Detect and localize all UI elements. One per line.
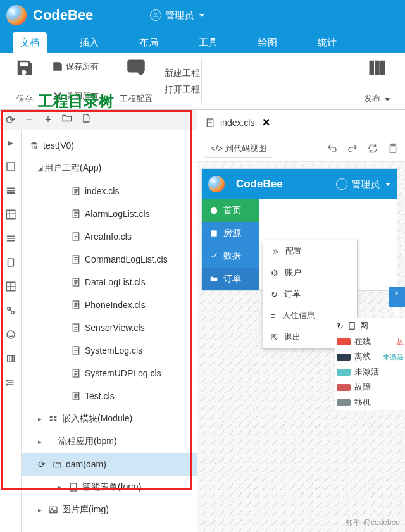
tab-filename[interactable]: index.cls [220,118,254,128]
legend-item: 移机 [335,395,405,410]
new-folder-icon[interactable] [61,113,73,127]
legend-item: 离线未激活 [335,349,405,364]
preview-nav-room[interactable]: 房源 [202,222,259,245]
save-button[interactable]: 保存 [6,57,43,106]
side-tab-11[interactable] [0,371,21,395]
file-icon [205,118,215,128]
menu-account[interactable]: ⚙ 账户 [263,262,357,283]
menu-stats[interactable]: 统计 [310,32,344,53]
side-tab-5[interactable] [0,226,21,251]
svg-point-11 [7,331,15,338]
main-menu: 文档 插入 布局 工具 绘图 统计 [0,30,405,53]
menu-orders[interactable]: ↻ 订单 [263,283,357,305]
tree-file[interactable]: SystemLog.cls [22,339,197,362]
add-icon[interactable]: + [42,113,54,127]
side-tab-3[interactable] [0,178,21,202]
svg-point-0 [155,13,157,15]
project-tree-panel: ⟳ − + ▸ test(V0) ◢用户工程(App) [0,110,197,532]
side-tab-strip: ▸ [0,130,22,532]
app-name: CodeBee [33,7,93,23]
svg-rect-4 [375,61,378,74]
refresh-icon[interactable]: ⟳ [4,113,16,127]
menu-config[interactable]: ☺ 配置 [263,240,357,262]
svg-rect-5 [381,61,384,74]
menu-insert[interactable]: 插入 [72,32,106,53]
tree-root[interactable]: test(V0) [22,134,197,157]
side-tab-8[interactable] [0,299,21,323]
svg-rect-25 [70,483,76,491]
side-tab-10[interactable] [0,347,21,371]
design-canvas[interactable]: CodeBee 管理员 首页 房源 数据 订单 [197,162,405,532]
app-logo-icon [6,5,27,25]
tree-file[interactable]: index.cls [22,180,197,202]
svg-rect-7 [6,210,15,219]
more-button[interactable]: » 更多 [389,287,405,307]
collapse-icon[interactable]: − [23,113,35,127]
user-label: 管理员 [165,9,194,22]
side-tab-2[interactable] [0,154,21,178]
preview-nav-home[interactable]: 首页 [202,199,259,222]
editor-tab-bar: index.cls ✕ [197,110,405,135]
close-all-icon [52,90,63,102]
editor-panel: index.cls ✕ </>到代码视图 CodeBee 管理员 [197,110,405,532]
publish-button[interactable]: 发布 [355,57,399,106]
user-icon [150,9,161,21]
project-config-button[interactable]: 工程配置 [111,57,161,106]
menu-layout[interactable]: 布局 [132,32,166,53]
tree-img-folder[interactable]: ▸图片库(img) [22,498,197,521]
preview-user-menu[interactable]: 管理员 [336,178,390,190]
user-menu[interactable]: 管理员 [150,9,204,22]
tree-bpm-folder[interactable]: ▸流程应用(bpm) [22,430,197,453]
svg-rect-32 [211,230,216,236]
side-tab-4[interactable] [0,202,21,226]
legend-item: 未激活 [335,364,405,380]
tree-module-folder[interactable]: ▸嵌入模块(Module) [22,407,197,430]
to-code-view-button[interactable]: </>到代码视图 [204,140,273,158]
tree-file[interactable]: Test.cls [22,385,197,407]
open-project-button[interactable]: 打开工程 [165,84,200,96]
tree-file[interactable]: SensorView.cls [22,316,197,339]
svg-rect-6 [7,163,15,170]
svg-rect-3 [370,61,373,74]
undo-icon[interactable] [327,143,338,154]
watermark: 知乎 @codebee [346,517,400,528]
legend-item: 故障 [335,380,405,395]
menu-draw[interactable]: 绘图 [251,32,285,53]
preview-nav-order[interactable]: 订单 [202,268,259,290]
tab-close-icon[interactable]: ✕ [262,116,270,128]
title-bar: CodeBee 管理员 [0,0,405,30]
preview-title-bar: CodeBee 管理员 [202,169,397,199]
project-tree[interactable]: test(V0) ◢用户工程(App) index.cls AlarmLogLi… [22,130,197,532]
side-tab-9[interactable] [0,323,21,347]
save-all-icon [52,61,63,72]
new-project-button[interactable]: 新建工程 [165,68,200,79]
menu-tools[interactable]: 工具 [191,32,225,53]
tree-app-folder[interactable]: ◢用户工程(App) [22,157,197,180]
tree-file[interactable]: DataLogList.cls [22,271,197,294]
preview-nav-data[interactable]: 数据 [202,245,259,268]
menu-document[interactable]: 文档 [13,32,47,53]
save-all-button[interactable]: 保存所有 [52,61,99,72]
clipboard-icon[interactable] [387,143,399,154]
side-tab-1[interactable]: ▸ [0,130,21,154]
new-file-icon[interactable] [80,113,92,127]
refresh-icon[interactable] [367,143,378,154]
tree-dam-folder[interactable]: ⟳dam(dam) [22,453,197,476]
svg-point-2 [139,70,144,75]
chevron-down-icon [385,98,390,101]
tree-file[interactable]: AreaInfo.cls [22,225,197,248]
side-tab-6[interactable] [0,251,21,275]
ribbon-toolbar: 保存 保存所有 关闭所有 工程配置 新建工程 打开工程 发布 工程目录树 [0,53,405,110]
legend-item: 在线故 [335,334,405,349]
tree-file[interactable]: PhoneIndex.cls [22,294,197,316]
user-icon [336,178,347,190]
tree-file[interactable]: AlarmLogList.cls [22,202,197,225]
preview-logo-icon [208,176,225,192]
side-tab-7[interactable] [0,275,21,299]
tree-file[interactable]: CommandLogList.cls [22,248,197,271]
close-all-button[interactable]: 关闭所有 [52,90,99,102]
redo-icon[interactable] [347,143,358,154]
tree-form-folder[interactable]: ▸智能表单(form) [22,476,197,498]
tree-file[interactable]: SystemUDPLog.cls [22,362,197,385]
svg-point-13 [6,380,8,381]
